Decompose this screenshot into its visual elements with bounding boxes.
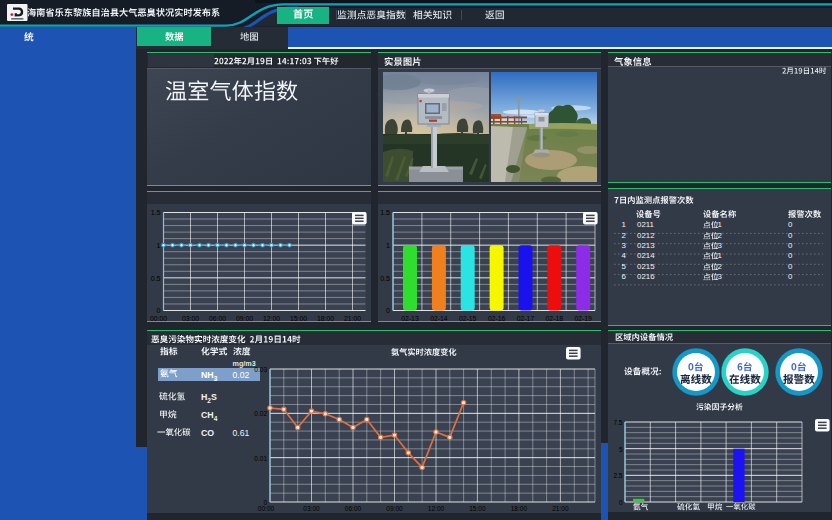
svg-text:0.5: 0.5 (150, 274, 160, 281)
svg-text:02-17: 02-17 (517, 314, 535, 321)
svg-text:03:00: 03:00 (303, 505, 320, 512)
svg-text:03:00: 03:00 (181, 314, 198, 321)
svg-text:02-15: 02-15 (459, 314, 477, 321)
svg-text:7.5: 7.5 (613, 419, 622, 426)
svg-text:18:00: 18:00 (316, 314, 333, 321)
svg-text:21:00: 21:00 (552, 505, 569, 512)
svg-text:1: 1 (156, 242, 160, 249)
svg-text:02-18: 02-18 (546, 314, 564, 321)
svg-text:0.03: 0.03 (254, 366, 267, 373)
svg-text:02-14: 02-14 (430, 314, 448, 321)
svg-text:1.5: 1.5 (380, 209, 390, 216)
svg-text:1.5: 1.5 (150, 209, 160, 216)
svg-text:00:00: 00:00 (149, 314, 166, 321)
svg-text:0.01: 0.01 (254, 455, 267, 462)
svg-text:06:00: 06:00 (345, 505, 362, 512)
svg-text:09:00: 09:00 (235, 314, 252, 321)
svg-text:0.5: 0.5 (380, 274, 390, 281)
svg-text:0: 0 (386, 307, 390, 314)
svg-text:12:00: 12:00 (428, 505, 445, 512)
svg-text:00:00: 00:00 (258, 505, 275, 512)
svg-text:1: 1 (386, 242, 390, 249)
svg-text:06:00: 06:00 (208, 314, 225, 321)
svg-text:12:00: 12:00 (262, 314, 279, 321)
svg-text:02-16: 02-16 (488, 314, 506, 321)
svg-text:0: 0 (619, 499, 623, 506)
svg-text:5: 5 (619, 446, 623, 453)
svg-text:0: 0 (156, 307, 160, 314)
svg-text:02-19: 02-19 (575, 314, 593, 321)
svg-text:0.02: 0.02 (254, 410, 267, 417)
svg-text:15:00: 15:00 (469, 505, 486, 512)
svg-text:15:00: 15:00 (289, 314, 306, 321)
svg-text:02-13: 02-13 (401, 314, 419, 321)
svg-text:18:00: 18:00 (511, 505, 528, 512)
svg-text:2.5: 2.5 (613, 472, 622, 479)
svg-text:09:00: 09:00 (386, 505, 403, 512)
svg-text:21:00: 21:00 (343, 314, 360, 321)
